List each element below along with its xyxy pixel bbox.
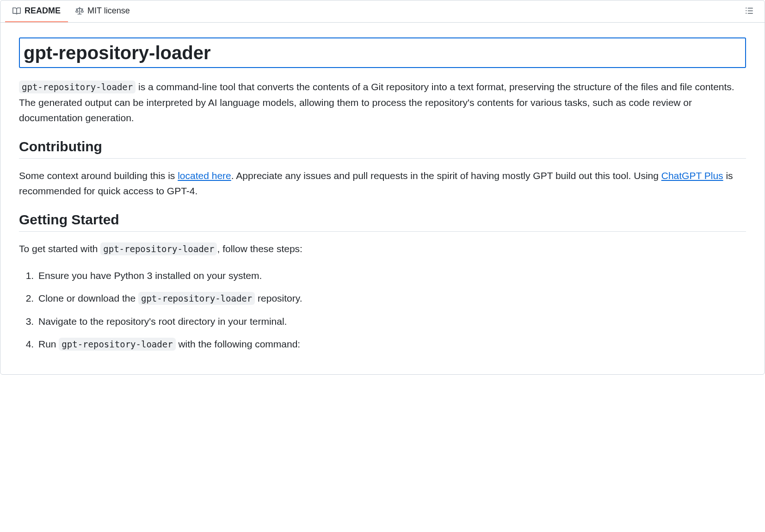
step-2: Clone or download the gpt-repository-loa… bbox=[37, 291, 746, 306]
tab-license-label: MIT license bbox=[87, 6, 130, 16]
step-4-text-b: with the following command: bbox=[176, 339, 301, 349]
step-2-text-b: repository. bbox=[255, 293, 302, 303]
readme-panel: README MIT license gpt-repository-loader… bbox=[0, 0, 765, 375]
step-4-code: gpt-repository-loader bbox=[59, 338, 175, 351]
step-3-text: Navigate to the repository's root direct… bbox=[38, 316, 287, 327]
steps-list: Ensure you have Python 3 installed on yo… bbox=[19, 268, 746, 352]
contrib-text-b: . Appreciate any issues and pull request… bbox=[231, 170, 661, 181]
step-1: Ensure you have Python 3 installed on yo… bbox=[37, 268, 746, 284]
intro-code: gpt-repository-loader bbox=[19, 80, 136, 93]
intro-paragraph: gpt-repository-loader is a command-line … bbox=[19, 79, 746, 126]
tab-bar: README MIT license bbox=[0, 0, 765, 23]
toc-button[interactable] bbox=[741, 3, 757, 20]
gs-intro-b: , follow these steps: bbox=[217, 243, 302, 254]
link-located-here[interactable]: located here bbox=[178, 170, 231, 181]
step-3: Navigate to the repository's root direct… bbox=[37, 314, 746, 329]
readme-content: gpt-repository-loader gpt-repository-loa… bbox=[0, 23, 765, 374]
contributing-paragraph: Some context around building this is loc… bbox=[19, 168, 746, 199]
gs-intro-code: gpt-repository-loader bbox=[100, 242, 217, 255]
getting-started-intro: To get started with gpt-repository-loade… bbox=[19, 241, 746, 257]
tab-readme-label: README bbox=[25, 6, 61, 16]
page-title[interactable]: gpt-repository-loader bbox=[19, 37, 746, 68]
heading-contributing: Contributing bbox=[19, 139, 746, 159]
step-4: Run gpt-repository-loader with the follo… bbox=[37, 336, 746, 352]
step-2-code: gpt-repository-loader bbox=[138, 292, 255, 305]
tab-readme[interactable]: README bbox=[5, 0, 68, 22]
law-icon bbox=[75, 7, 84, 15]
link-chatgpt-plus[interactable]: ChatGPT Plus bbox=[661, 170, 723, 181]
heading-getting-started: Getting Started bbox=[19, 212, 746, 232]
gs-intro-a: To get started with bbox=[19, 243, 100, 254]
book-icon bbox=[12, 7, 21, 15]
step-2-text-a: Clone or download the bbox=[38, 293, 138, 303]
list-icon bbox=[745, 6, 753, 17]
tab-license[interactable]: MIT license bbox=[68, 0, 137, 22]
step-4-text-a: Run bbox=[38, 339, 59, 349]
step-1-text: Ensure you have Python 3 installed on yo… bbox=[38, 270, 262, 281]
contrib-text-a: Some context around building this is bbox=[19, 170, 178, 181]
